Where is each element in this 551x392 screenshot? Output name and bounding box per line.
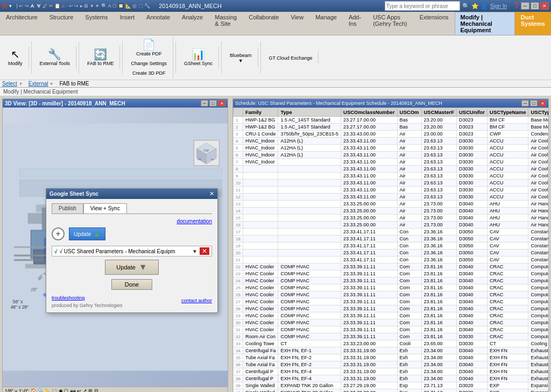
- tab-analyze[interactable]: Analyze: [176, 12, 209, 35]
- table-cell: D3040: [457, 375, 488, 382]
- panel-3d-close[interactable]: ✕: [218, 100, 225, 106]
- tab-systems[interactable]: Systems: [79, 12, 114, 35]
- update-main-button[interactable]: Update ▼: [105, 260, 158, 275]
- gt-cloud-button[interactable]: GT Cloud Exchange: [266, 53, 315, 62]
- table-cell: 23.36.16: [421, 243, 457, 250]
- table-cell: 23.36.16: [421, 236, 457, 243]
- table-cell: Exhaust Fans: [528, 361, 548, 368]
- table-row: 25HVAC CoolerCOMP HVAC23.33.39.11.11Com2…: [234, 284, 549, 291]
- schedule-maximize[interactable]: □: [530, 100, 538, 106]
- table-cell: 23.71.13: [421, 382, 457, 389]
- sheet-remove-button[interactable]: ✕: [200, 247, 209, 255]
- panel-3d-minimize[interactable]: ─: [201, 100, 208, 106]
- modify-button[interactable]: ↖ Modify: [5, 47, 25, 68]
- documentation-link[interactable]: documentation: [52, 218, 212, 224]
- table-cell: D3030: [457, 333, 488, 340]
- table-row: 1HWP-1&2 BG1.5 AC_14ST Standard23.27.17.…: [234, 117, 549, 124]
- tab-addins[interactable]: Add-Ins: [343, 12, 367, 35]
- table-cell: D3030: [457, 180, 488, 187]
- table-cell: D3030: [457, 187, 488, 194]
- table-cell: Exp: [397, 382, 421, 389]
- table-cell: Single Walled: [243, 389, 278, 393]
- table-cell: Air: [397, 222, 421, 229]
- update-text: Update: [116, 264, 135, 270]
- table-cell: D3040: [457, 361, 488, 368]
- table-cell: ACCU: [488, 180, 528, 187]
- ribbon-group-gsheet: 📊 GSheet Sync: [178, 46, 219, 69]
- tab-insert[interactable]: Insert: [114, 12, 141, 35]
- tab-massing[interactable]: Massing & Site: [209, 12, 243, 35]
- table-cell: Cooling Towe: [243, 340, 278, 347]
- title-search-input[interactable]: [385, 1, 460, 11]
- table-cell: Constant Air Volume Terminal Units: [528, 250, 548, 256]
- create-3d-pdf-button[interactable]: Create 3D PDF: [130, 68, 168, 77]
- tab-collaborate[interactable]: Collaborate: [243, 12, 285, 35]
- view-3d-content[interactable]: TOP FR RT: [3, 108, 228, 387]
- tab-manage[interactable]: Manage: [309, 12, 343, 35]
- gsheet-sync-button[interactable]: 📊 GSheet Sync: [181, 47, 215, 68]
- close-button[interactable]: ✕: [540, 2, 549, 10]
- table-cell: Computer Room Air Conditioners: [528, 277, 548, 284]
- table-cell: 23.33.31.19.00: [341, 354, 398, 361]
- tab-view-sync[interactable]: View + Sync: [83, 203, 127, 213]
- troubleshooting-link[interactable]: troubleshooting: [52, 295, 122, 301]
- sheet-dropdown-icon[interactable]: ▼: [192, 248, 197, 254]
- table-cell: Air: [397, 131, 421, 138]
- tab-publish[interactable]: Publish: [52, 203, 83, 213]
- table-cell: D3040: [457, 270, 488, 277]
- svg-text:56" x: 56" x: [13, 299, 24, 304]
- panel-3d-maximize[interactable]: □: [209, 100, 217, 106]
- create-pdf-button[interactable]: 📄 Create PDF: [133, 38, 165, 58]
- sign-in-link[interactable]: Sign In: [490, 3, 507, 9]
- bluebeam-button[interactable]: Bluebeam ▼: [227, 50, 255, 65]
- table-cell: CAV: [488, 250, 528, 256]
- tab-annotate[interactable]: Annotate: [140, 12, 176, 35]
- ribbon-sep-1: [31, 41, 32, 74]
- pdf-icon: 📄: [142, 39, 156, 50]
- table-cell: 23.33.43.11.00: [341, 173, 398, 180]
- tab-usc-apps[interactable]: USC Apps (Gehry Tech): [367, 12, 414, 35]
- tab-duct-systems[interactable]: Duct Systems: [515, 12, 551, 35]
- table-cell: [278, 256, 341, 263]
- select-label[interactable]: Select: [2, 81, 17, 87]
- table-cell: 23.81.16: [421, 326, 457, 333]
- google-sheet-sync-dialog[interactable]: Google Sheet Sync ✕ Publish View + Sync …: [46, 188, 218, 313]
- table-cell: 23.33.39.11.11: [341, 305, 398, 312]
- tab-modify-mech[interactable]: Modify | Mechanical Equipment: [455, 12, 515, 35]
- tab-view[interactable]: View: [285, 12, 309, 35]
- contact-author-link[interactable]: contact author: [181, 298, 212, 303]
- tab-extensions[interactable]: Extensions: [414, 12, 455, 35]
- title-bar-title: 20140918_ANN_MECH: [159, 3, 222, 9]
- add-button[interactable]: +: [52, 227, 65, 240]
- dialog-title: Google Sheet Sync: [50, 191, 98, 197]
- schedule-content[interactable]: Family Type USCOmclassNumber USCOm USCMa…: [233, 108, 548, 392]
- external-tools-icon: 🔧: [48, 49, 61, 60]
- table-cell: Con: [397, 250, 421, 256]
- table-cell: Air Cooled Condenser Units: [528, 180, 548, 187]
- table-cell: D3050: [457, 243, 488, 250]
- dialog-update-row: Update ▼: [52, 260, 212, 275]
- update-inline-button[interactable]: Update ▲: [69, 227, 105, 240]
- table-cell: 23.33.25.00.00: [341, 201, 398, 208]
- tab-structure[interactable]: Structure: [44, 12, 80, 35]
- table-cell: 23.33.39.11.11: [341, 263, 398, 270]
- maximize-button[interactable]: □: [531, 2, 539, 10]
- external-label[interactable]: External: [29, 81, 48, 87]
- minimize-button[interactable]: ─: [521, 2, 529, 10]
- table-cell: Base Mounted Centrifugal: [528, 117, 548, 124]
- fab-to-rme-button[interactable]: 🔄 FAB to RME: [84, 47, 117, 68]
- done-button[interactable]: Done: [111, 279, 152, 290]
- schedule-close[interactable]: ✕: [539, 100, 546, 106]
- table-cell: 23.63.13: [421, 180, 457, 187]
- tab-architecture[interactable]: Architecture: [0, 12, 44, 35]
- external-tools-button[interactable]: 🔧 External Tools: [37, 47, 73, 68]
- table-row: 24HVAC CoolerCOMP HVAC23.33.39.11.11Com2…: [234, 277, 549, 284]
- table-cell: CRAC: [488, 270, 528, 277]
- table-cell: Com: [397, 263, 421, 270]
- table-cell: 23.73.00: [421, 215, 457, 222]
- change-settings-button[interactable]: Change Settings: [128, 58, 169, 68]
- dialog-close-button[interactable]: ✕: [209, 190, 214, 197]
- schedule-minimize[interactable]: ─: [521, 100, 529, 106]
- table-cell: [278, 250, 341, 256]
- table-cell: ACCU: [488, 138, 528, 145]
